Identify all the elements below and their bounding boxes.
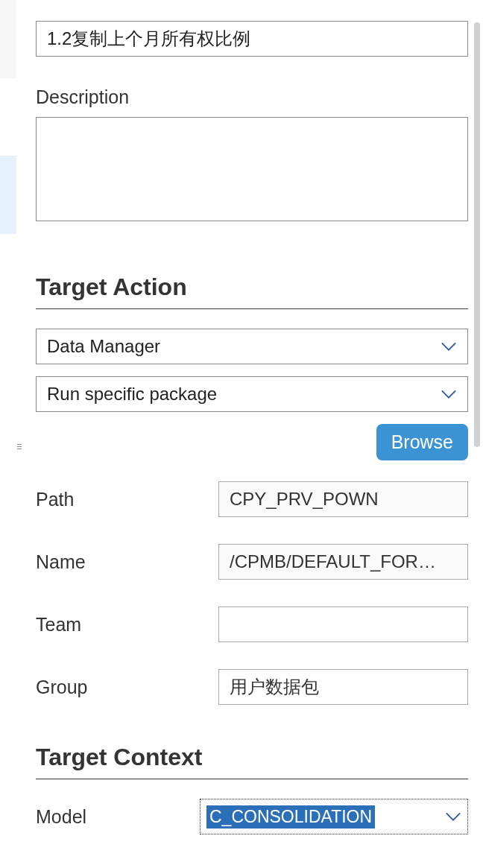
team-input[interactable]: [218, 606, 468, 642]
name-input[interactable]: [36, 21, 468, 57]
chevron-down-icon: [441, 341, 457, 352]
target-action-type-value: Data Manager: [47, 336, 160, 357]
browse-row: Browse: [36, 424, 468, 460]
path-label: Path: [36, 489, 218, 510]
name-label: Name: [36, 551, 218, 573]
scrollbar-vertical[interactable]: [474, 22, 480, 447]
target-context-heading: Target Context: [36, 744, 468, 771]
team-label: Team: [36, 614, 218, 636]
target-action-type-select[interactable]: Data Manager: [36, 329, 468, 364]
model-select-value: C_CONSOLIDATION: [206, 805, 375, 829]
chevron-down-icon: [445, 811, 461, 822]
group-row: Group 用户数据包: [36, 669, 468, 705]
description-label: Description: [36, 86, 468, 108]
target-context-divider: [36, 779, 468, 779]
description-textarea[interactable]: [36, 117, 468, 221]
package-name-input[interactable]: /CPMB/DEFAULT_FOR…: [218, 544, 468, 580]
target-action-mode-value: Run specific package: [47, 384, 217, 405]
target-action-divider: [36, 308, 468, 309]
properties-panel: Description Target Action Data Manager R…: [36, 21, 468, 834]
model-label: Model: [36, 806, 200, 828]
left-rail-grey: [0, 0, 16, 78]
target-action-heading: Target Action: [36, 273, 468, 301]
left-rail-active: [0, 156, 16, 234]
path-input[interactable]: CPY_PRV_POWN: [218, 481, 468, 517]
group-input[interactable]: 用户数据包: [218, 669, 468, 705]
chevron-down-icon: [441, 389, 457, 399]
path-row: Path CPY_PRV_POWN: [36, 481, 468, 517]
team-row: Team: [36, 606, 468, 642]
model-select[interactable]: C_CONSOLIDATION: [200, 799, 468, 834]
left-rail: [0, 0, 16, 868]
panel-resize-handle[interactable]: [16, 440, 22, 453]
model-row: Model C_CONSOLIDATION: [36, 799, 468, 834]
name-row: Name /CPMB/DEFAULT_FOR…: [36, 544, 468, 580]
target-action-mode-select[interactable]: Run specific package: [36, 376, 468, 412]
browse-button[interactable]: Browse: [376, 424, 468, 460]
group-label: Group: [36, 677, 218, 698]
